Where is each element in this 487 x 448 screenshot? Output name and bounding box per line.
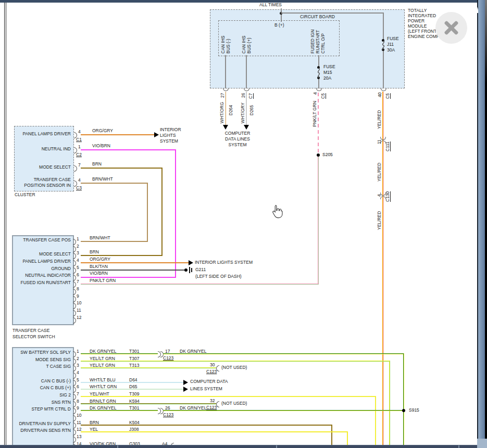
tcss-wire6-label: VIO/BRN	[90, 271, 108, 276]
cluster-conn-c2: C2	[76, 152, 82, 158]
can-plus-internal-wire	[246, 55, 247, 88]
sw-label-7: SIG 2	[4, 393, 71, 398]
cluster-wire2-label: VIO/BRN	[92, 144, 110, 149]
tcss-name-1: TRANSFER CASE	[13, 328, 49, 334]
wire-blk-tan-pin5	[81, 270, 185, 271]
wire-yel-row12	[81, 431, 348, 432]
pin-26: 26	[241, 92, 246, 98]
wire-yel-wht-row7-v	[375, 396, 376, 445]
connector-c5-pnk: C5	[321, 92, 326, 99]
close-button[interactable]	[435, 12, 467, 44]
fuse-j11-wire-a	[383, 12, 384, 41]
ground-symbol-bar1	[189, 267, 190, 273]
tcss-pin-2: 2	[77, 244, 79, 249]
bottom-bar-divider	[458, 445, 459, 448]
tcss-pin-4: 4	[77, 258, 79, 263]
wire-brn-row11	[81, 425, 332, 426]
tcss-pin-7: 7	[77, 279, 79, 285]
pin-arc	[73, 289, 76, 295]
pin-arc	[73, 359, 76, 365]
tcss-wire3-label: BRN	[90, 250, 99, 255]
ground-g211-dot	[184, 268, 188, 272]
wire-yel-lt-grn-row2-v	[389, 361, 390, 445]
tcss-pin-8: 8	[77, 287, 79, 292]
cluster-wire3-label: BRN	[92, 162, 102, 167]
wire-wht-lt-grn-row6	[81, 389, 183, 390]
right-scrollbar-thumb[interactable]	[485, 0, 487, 448]
connector-arc	[223, 88, 229, 91]
sw-label-9: STEP MTR CTRL D	[4, 407, 71, 412]
fused-ign-line2: RUNSTART	[316, 29, 320, 54]
wire-yel-lt-grn-row2	[81, 361, 390, 362]
sw-label-12: DRIVETRAIN SENS RTN	[4, 428, 71, 433]
tcss-label-4: PANEL LAMPS DRIVER	[4, 259, 71, 264]
pin-arc	[73, 408, 76, 414]
arrow-computer-data-1	[183, 380, 188, 385]
pin-40: 40	[378, 91, 382, 97]
pin-arc	[73, 401, 76, 407]
connector-arc	[244, 88, 249, 91]
cluster-row1-label: PANEL LAMPS DRIVER	[16, 132, 71, 137]
can-minus-internal-wire	[225, 55, 226, 88]
sw-computer-data-2: LINES SYSTEM	[190, 387, 222, 392]
cluster-conn-c1: C1	[76, 137, 82, 143]
pin-27: 27	[220, 92, 225, 98]
pin-arc	[73, 239, 76, 245]
tcss-pin-9: 9	[77, 294, 79, 299]
pin-arc	[73, 351, 76, 357]
wire-wht-gry	[246, 92, 247, 125]
cluster-wire4-label: BRN/WHT	[92, 177, 113, 182]
wire-dk-grn-yel-row9-b	[163, 410, 404, 411]
wire-brn-pin3	[81, 255, 163, 256]
tcss-pin-5: 5	[77, 265, 79, 271]
wire-label-yel-red-1: YEL/RED	[377, 106, 382, 129]
interior-lights-system-label: INTERIOR LIGHTS SYSTEM	[195, 260, 253, 265]
cluster-row3-label: MODE SELECT	[16, 165, 71, 170]
cluster-conn-c3: C3	[76, 186, 82, 191]
arrow-interior-lights	[154, 132, 159, 137]
diagram-canvas[interactable]: ALL TIMES B (+) CIRCUIT BOARD CAN IHS BU…	[0, 0, 477, 445]
sw-row1-continuation: DK GRN/YEL	[180, 349, 207, 354]
connector-c5-yelred: C5	[385, 92, 390, 99]
computer-data-lines-3: SYSTEM	[223, 143, 252, 148]
tcss-label-6: NEUTRAL INDICATOR	[4, 273, 71, 278]
fuse-m15-label3: 20A	[323, 76, 331, 81]
wire-pnk-lt-grn-vertical	[318, 157, 319, 285]
wire-brn-wht-pin1	[81, 241, 148, 242]
sw-pin-3: 3	[77, 363, 79, 368]
right-scrollbar-track[interactable]	[478, 0, 485, 448]
bottom-bar-divider	[276, 445, 277, 448]
wire-brn-row11-v	[331, 425, 332, 445]
wiring-diagram-viewer: ALL TIMES B (+) CIRCUIT BOARD CAN IHS BU…	[0, 0, 487, 448]
tcss-name-2: SELECTOR SWITCH	[13, 335, 55, 340]
fused-ign-line1: FUSED IGN	[310, 28, 315, 54]
sw-pin-7: 7	[77, 392, 79, 397]
sw-pin-5: 5	[77, 378, 79, 383]
wire-brn-lt-grn-row8	[81, 403, 216, 404]
tcss-pin-10: 10	[77, 301, 81, 306]
wire-pnk-dashed	[318, 93, 319, 153]
pin-4b: 4	[377, 193, 382, 197]
interior-lights-3: SYSTEM	[160, 139, 178, 144]
splice-s915-dot	[402, 409, 405, 412]
pin-arc	[73, 437, 76, 443]
tcss-pin-6: 6	[77, 273, 79, 278]
pin-11: 11	[377, 138, 382, 144]
fuse-j11-label1: FUSE	[387, 36, 399, 42]
arrow-down-can-plus	[244, 125, 249, 130]
fused-ign-internal-wire-b	[318, 78, 319, 88]
sw-label-5: CAN C BUS (-)	[4, 379, 71, 384]
fuse-m15-label2: M15	[323, 70, 332, 75]
pin-arc	[73, 267, 76, 274]
fuse-m15-element	[316, 68, 322, 78]
sw-pin-9: 9	[77, 406, 79, 411]
sw-pin-8: 8	[77, 399, 79, 404]
wire-pnk-lt-grn-pin7	[81, 284, 319, 285]
pin-arc	[73, 253, 76, 259]
sw-computer-data-1: COMPUTER DATA	[190, 379, 228, 385]
pin-arc	[73, 260, 76, 266]
connector-c111: C111	[385, 137, 390, 151]
pin-arc	[73, 310, 76, 316]
wire-wht-org	[225, 92, 226, 125]
ground-g211-location: (LEFT SIDE OF DASH)	[195, 274, 242, 279]
